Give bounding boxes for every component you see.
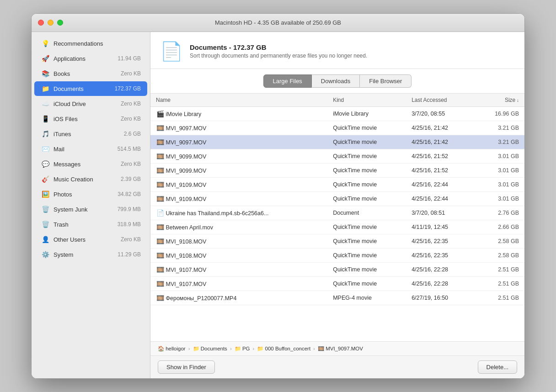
sidebar-item-books[interactable]: 📚 Books Zero KB — [34, 66, 147, 81]
cell-size: 2.51 GB — [474, 263, 524, 277]
sidebar-size: 172.37 GB — [115, 85, 141, 92]
sidebar-item-other-users[interactable]: 👤 Other Users Zero KB — [34, 232, 147, 247]
cell-accessed: 4/25/16, 21:42 — [406, 121, 474, 135]
close-button[interactable] — [38, 20, 44, 26]
cell-accessed: 3/7/20, 08:55 — [406, 107, 474, 121]
messages-icon: 💬 — [41, 159, 50, 169]
cell-name: 🎞️ MVI_9109.MOV — [150, 178, 327, 192]
sidebar-item-trash[interactable]: 🗑️ Trash 318.9 MB — [34, 217, 147, 232]
breadcrumb-part: 📁 PG — [235, 345, 250, 352]
table-row[interactable]: 🎞️ MVI_9107.MOV QuickTime movie 4/25/16,… — [150, 263, 524, 277]
cell-size: 3.21 GB — [474, 135, 524, 149]
cell-size: 2.51 GB — [474, 277, 524, 291]
sidebar-item-music-creation[interactable]: 🎸 Music Creation 2.39 GB — [34, 172, 147, 186]
cell-size: 3.01 GB — [474, 149, 524, 164]
documents-icon: 📁 — [41, 84, 50, 93]
sidebar-item-applications[interactable]: 🚀 Applications 11.94 GB — [34, 51, 147, 66]
sidebar-size: 2.39 GB — [121, 176, 141, 182]
cell-kind: QuickTime movie — [327, 263, 406, 277]
sidebar-size: 11.94 GB — [118, 55, 141, 62]
delete-button[interactable]: Delete... — [478, 360, 517, 374]
sidebar-item-system-junk[interactable]: 🗑️ System Junk 799.9 MB — [34, 202, 147, 217]
table-row[interactable]: 📄 Ukraine has Thailand.mp4.sb-6c256a6...… — [150, 206, 524, 220]
tab-downloads[interactable]: Downloads — [312, 74, 360, 88]
table-header-row: Name Kind Last Accessed Size — [150, 94, 524, 107]
col-name[interactable]: Name — [150, 94, 327, 107]
table-row[interactable]: 🎞️ MVI_9097.MOV QuickTime movie 4/25/16,… — [150, 135, 524, 149]
books-icon: 📚 — [41, 69, 50, 78]
sidebar-size: 799.9 MB — [118, 206, 141, 212]
file-type-icon: 🎞️ — [156, 237, 164, 245]
col-size[interactable]: Size — [474, 94, 524, 107]
cell-kind: iMovie Library — [327, 107, 406, 121]
cell-accessed: 4/25/16, 22:28 — [406, 277, 474, 291]
breadcrumb-part: 📁 000 Buffon_concert — [257, 345, 310, 352]
file-type-icon: 🎞️ — [156, 180, 164, 189]
col-accessed[interactable]: Last Accessed — [406, 94, 474, 107]
file-type-icon: 📄 — [156, 209, 164, 217]
other-users-icon: 👤 — [41, 235, 50, 244]
titlebar: Macintosh HD - 4.35 GB available of 250.… — [32, 14, 524, 32]
main-area: 📄 Documents - 172.37 GB Sort through doc… — [150, 32, 524, 378]
tab-large-files[interactable]: Large Files — [263, 74, 312, 88]
table-row[interactable]: 🎞️ MVI_9097.MOV QuickTime movie 4/25/16,… — [150, 121, 524, 135]
file-type-icon: 🎞️ — [156, 195, 164, 203]
sidebar-label: iCloud Drive — [53, 101, 119, 107]
cell-name: 🎞️ MVI_9109.MOV — [150, 192, 327, 206]
table-row[interactable]: 🎞️ Between April.mov QuickTime movie 4/1… — [150, 220, 524, 234]
cell-accessed: 4/25/16, 22:35 — [406, 249, 474, 263]
sidebar-label: Documents — [53, 85, 113, 92]
table-row[interactable]: 🎞️ MVI_9099.MOV QuickTime movie 4/25/16,… — [150, 164, 524, 178]
sidebar-item-itunes[interactable]: 🎵 iTunes 2.6 GB — [34, 127, 147, 141]
sidebar-label: Messages — [53, 161, 119, 168]
file-type-icon: 🎞️ — [156, 280, 164, 288]
sidebar-item-icloud[interactable]: ☁️ iCloud Drive Zero KB — [34, 96, 147, 111]
sidebar-item-recommendations[interactable]: 💡 Recommendations — [34, 36, 147, 51]
tab-file-browser[interactable]: File Browser — [360, 74, 412, 88]
sidebar-item-messages[interactable]: 💬 Messages Zero KB — [34, 157, 147, 171]
file-type-icon: 🎞️ — [156, 124, 164, 132]
table-row[interactable]: 🎞️ MVI_9108.MOV QuickTime movie 4/25/16,… — [150, 249, 524, 263]
cell-name: 🎞️ MVI_9099.MOV — [150, 164, 327, 178]
sidebar-item-system[interactable]: ⚙️ System 11.29 GB — [34, 247, 147, 262]
table-row[interactable]: 🎞️ MVI_9109.MOV QuickTime movie 4/25/16,… — [150, 192, 524, 206]
table-row[interactable]: 🎞️ MVI_9107.MOV QuickTime movie 4/25/16,… — [150, 277, 524, 291]
table-row[interactable]: 🎬 iMovie Library iMovie Library 3/7/20, … — [150, 107, 524, 121]
file-table-container[interactable]: Name Kind Last Accessed Size 🎬 iMovie Li… — [150, 94, 524, 341]
file-type-icon: 🎞️ — [156, 138, 164, 146]
cell-size: 3.01 GB — [474, 178, 524, 192]
maximize-button[interactable] — [57, 20, 63, 26]
table-row[interactable]: 🎞️ MVI_9109.MOV QuickTime movie 4/25/16,… — [150, 178, 524, 192]
table-row[interactable]: 🎞️ MVI_9099.MOV QuickTime movie 4/25/16,… — [150, 149, 524, 164]
cell-kind: QuickTime movie — [327, 135, 406, 149]
sidebar-item-ios-files[interactable]: 📱 iOS Files Zero KB — [34, 111, 147, 126]
table-row[interactable]: 🎞️ Феромоны_P1200077.MP4 MPEG-4 movie 6/… — [150, 291, 524, 305]
sidebar-item-documents[interactable]: 📁 Documents 172.37 GB — [34, 81, 147, 96]
sidebar-item-mail[interactable]: ✉️ Mail 514.5 MB — [34, 142, 147, 156]
show-in-finder-button[interactable]: Show in Finder — [158, 360, 215, 374]
tabs-bar: Large FilesDownloadsFile Browser — [150, 69, 524, 94]
col-kind[interactable]: Kind — [327, 94, 406, 107]
applications-icon: 🚀 — [41, 54, 50, 63]
sidebar-size: Zero KB — [121, 236, 141, 243]
sidebar-label: Mail — [53, 146, 116, 153]
cell-name: 🎞️ MVI_9108.MOV — [150, 249, 327, 263]
recommendations-icon: 💡 — [41, 39, 50, 48]
file-type-icon: 🎬 — [156, 110, 164, 118]
mail-icon: ✉️ — [41, 144, 50, 154]
cell-kind: QuickTime movie — [327, 178, 406, 192]
cell-size: 2.76 GB — [474, 206, 524, 220]
breadcrumb: 🏠 helloigor›📁 Documents›📁 PG›📁 000 Buffo… — [150, 341, 524, 355]
content-area: 💡 Recommendations 🚀 Applications 11.94 G… — [32, 32, 524, 378]
cell-size: 2.58 GB — [474, 249, 524, 263]
sidebar-item-photos[interactable]: 🖼️ Photos 34.82 GB — [34, 187, 147, 201]
cell-name: 📄 Ukraine has Thailand.mp4.sb-6c256a6... — [150, 206, 327, 220]
music-creation-icon: 🎸 — [41, 175, 50, 184]
breadcrumb-part: 🏠 helloigor — [158, 345, 186, 352]
table-row[interactable]: 🎞️ MVI_9108.MOV QuickTime movie 4/25/16,… — [150, 234, 524, 249]
sidebar-size: 2.6 GB — [124, 131, 141, 137]
traffic-lights — [38, 20, 63, 26]
minimize-button[interactable] — [48, 20, 53, 26]
section-icon: 📄 — [160, 39, 183, 63]
cell-name: 🎞️ MVI_9107.MOV — [150, 277, 327, 291]
